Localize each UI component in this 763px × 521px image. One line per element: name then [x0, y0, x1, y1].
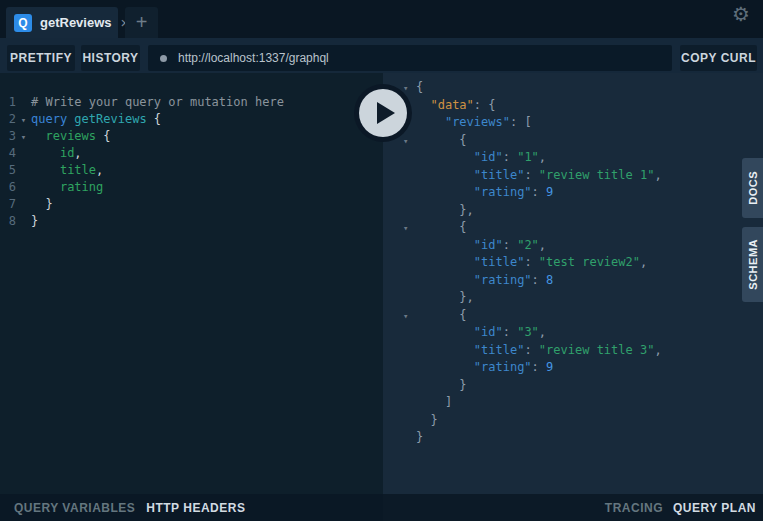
result-line: "id": "3", [383, 324, 763, 342]
code-text: "rating": 9 [416, 184, 763, 202]
schema-side-tab-label: SCHEMA [747, 239, 759, 290]
code-text: "title": "review title 1", [416, 167, 763, 185]
play-triangle-icon [377, 102, 395, 124]
editor-line: 5 title, [0, 162, 383, 179]
line-number: 7 [0, 196, 16, 213]
fold-arrow-icon[interactable]: ▾ [403, 133, 416, 151]
editor-line: 7 } [0, 196, 383, 213]
prettify-button[interactable]: PRETTIFY [7, 45, 75, 71]
code-text: }, [416, 202, 763, 220]
editor-line: 8} [0, 213, 383, 230]
tab-bar: Q getReviews × + ⚙ [0, 0, 763, 38]
code-text: } [31, 213, 383, 230]
tracing-tab[interactable]: TRACING [605, 501, 663, 515]
code-text: reviews { [31, 128, 383, 145]
editor-line: 3▾ reviews { [0, 128, 383, 145]
toolbar: PRETTIFY HISTORY http://localhost:1337/g… [0, 38, 763, 73]
response-viewer: ▾{▾ "data": {▾ "reviews": [▾ { "id": "1"… [383, 73, 763, 494]
editor-line: 1# Write your query or mutation here [0, 94, 383, 111]
code-text: # Write your query or mutation here [31, 94, 383, 111]
docs-side-tab-label: DOCS [747, 171, 759, 205]
code-text: "title": "test review2", [416, 254, 763, 272]
editor-line: 4 id, [0, 145, 383, 162]
code-text: "title": "review title 3", [416, 342, 763, 360]
bottom-bar-left: QUERY VARIABLES HTTP HEADERS [0, 494, 383, 521]
endpoint-url-input[interactable]: http://localhost:1337/graphql [148, 45, 672, 71]
result-line: } [383, 377, 763, 395]
code-text: query getReviews { [31, 111, 383, 128]
fold-arrow-icon[interactable]: ▾ [403, 220, 416, 238]
code-text: { [416, 79, 763, 97]
code-text: { [416, 132, 763, 150]
fold-arrow-icon[interactable]: ▾ [16, 112, 31, 129]
code-text: } [31, 196, 383, 213]
query-plan-tab[interactable]: QUERY PLAN [673, 501, 756, 515]
code-text: { [416, 219, 763, 237]
result-line: ▾ { [383, 219, 763, 237]
new-tab-button[interactable]: + [125, 7, 158, 38]
bottom-bar-right: TRACING QUERY PLAN [383, 494, 763, 521]
docs-side-tab[interactable]: DOCS [742, 158, 763, 218]
endpoint-url-text: http://localhost:1337/graphql [178, 51, 329, 65]
line-number: 3 [0, 128, 16, 145]
main-area: 1# Write your query or mutation here2▾qu… [0, 73, 763, 494]
query-editor[interactable]: 1# Write your query or mutation here2▾qu… [0, 73, 383, 494]
result-line: "rating": 8 [383, 272, 763, 290]
result-line: } [383, 412, 763, 430]
fold-arrow-icon[interactable]: ▾ [16, 129, 31, 146]
line-number: 8 [0, 213, 16, 230]
settings-gear-icon[interactable]: ⚙ [732, 2, 750, 26]
line-number: 1 [0, 94, 16, 111]
history-button[interactable]: HISTORY [81, 45, 140, 71]
line-number: 5 [0, 162, 16, 179]
tab-getreviews[interactable]: Q getReviews × [6, 7, 118, 38]
schema-side-tab[interactable]: SCHEMA [742, 227, 763, 302]
endpoint-status-dot-icon [160, 55, 167, 62]
code-text: "id": "1", [416, 149, 763, 167]
code-text: { [416, 307, 763, 325]
line-number: 2 [0, 111, 16, 128]
code-text: rating [31, 179, 383, 196]
editor-line: 6 rating [0, 179, 383, 196]
result-line: }, [383, 202, 763, 220]
code-text: title, [31, 162, 383, 179]
http-headers-tab[interactable]: HTTP HEADERS [146, 501, 245, 515]
result-line: "id": "1", [383, 149, 763, 167]
code-text: "reviews": [ [416, 114, 763, 132]
tab-label: getReviews [40, 15, 112, 30]
result-line: ] [383, 394, 763, 412]
code-text: "rating": 8 [416, 272, 763, 290]
result-line: }, [383, 289, 763, 307]
result-line: "rating": 9 [383, 359, 763, 377]
fold-arrow-icon[interactable]: ▾ [403, 308, 416, 326]
bottom-bar: QUERY VARIABLES HTTP HEADERS TRACING QUE… [0, 494, 763, 521]
result-line: } [383, 429, 763, 447]
result-line: ▾{ [383, 79, 763, 97]
query-variables-tab[interactable]: QUERY VARIABLES [14, 501, 135, 515]
line-number: 6 [0, 179, 16, 196]
result-line: ▾ "reviews": [ [383, 114, 763, 132]
code-text: } [416, 429, 763, 447]
copy-curl-button[interactable]: COPY CURL [680, 45, 757, 71]
result-line: "title": "test review2", [383, 254, 763, 272]
code-text: "data": { [416, 97, 763, 115]
code-text: "rating": 9 [416, 359, 763, 377]
code-text: ] [416, 394, 763, 412]
result-line: ▾ { [383, 132, 763, 150]
code-text: }, [416, 289, 763, 307]
code-text: id, [31, 145, 383, 162]
result-line: "rating": 9 [383, 184, 763, 202]
editor-line: 2▾query getReviews { [0, 111, 383, 128]
result-line: "id": "2", [383, 237, 763, 255]
line-number: 4 [0, 145, 16, 162]
result-line: ▾ "data": { [383, 97, 763, 115]
result-line: ▾ { [383, 307, 763, 325]
query-type-badge: Q [14, 14, 32, 32]
code-text: } [416, 412, 763, 430]
play-icon [359, 89, 407, 137]
code-text: "id": "2", [416, 237, 763, 255]
code-text: "id": "3", [416, 324, 763, 342]
result-line: "title": "review title 3", [383, 342, 763, 360]
execute-button[interactable] [354, 84, 412, 142]
code-text: } [416, 377, 763, 395]
